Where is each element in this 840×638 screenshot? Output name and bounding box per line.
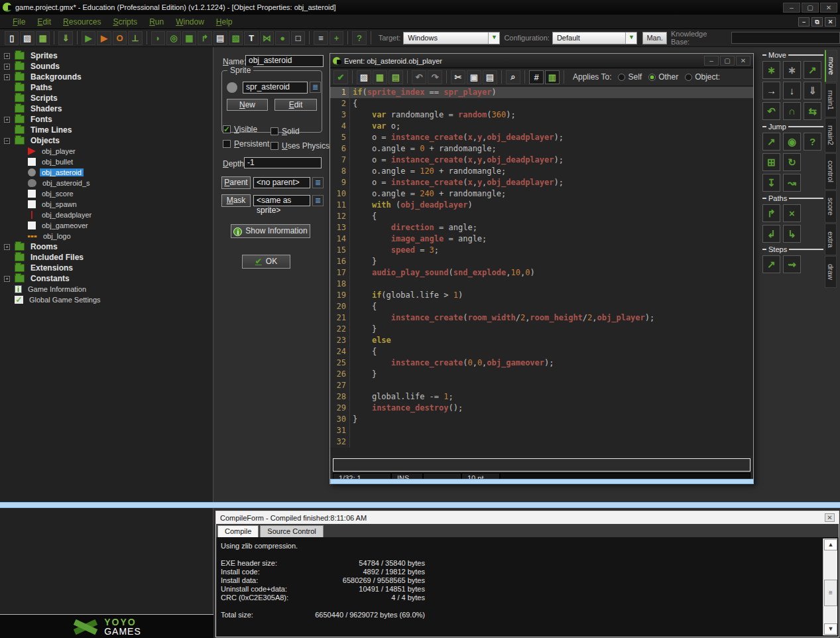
code-maximize-button[interactable]: ▢ bbox=[720, 56, 735, 66]
create-room-button[interactable]: □ bbox=[291, 31, 305, 45]
run-game-button[interactable]: ▶ bbox=[82, 31, 95, 45]
code-line[interactable]: 15 speed = 3; bbox=[330, 245, 753, 256]
tree-item-obj_logo[interactable]: obj_logo bbox=[0, 231, 211, 241]
parent-button[interactable]: Parent bbox=[221, 176, 251, 189]
tree-item-obj_spawn[interactable]: obj_spawn bbox=[0, 199, 211, 210]
paste-button[interactable]: ▤ bbox=[483, 70, 497, 84]
action-tab-draw[interactable]: draw bbox=[825, 256, 837, 288]
tree-item-obj_player[interactable]: obj_player bbox=[0, 146, 211, 157]
tree-item-obj_asteroid_s[interactable]: obj_asteroid_s bbox=[0, 178, 211, 188]
search-button[interactable]: ⌕ bbox=[506, 70, 520, 84]
set-friction-action[interactable]: ⇆ bbox=[804, 102, 821, 120]
persistent-checkbox[interactable]: Persistent bbox=[223, 139, 269, 149]
tree-item-global-game-settings[interactable]: ✓Global Game Settings bbox=[0, 294, 211, 305]
load-button[interactable]: ▨ bbox=[357, 70, 371, 84]
step-towards-action[interactable]: ↗ bbox=[762, 255, 780, 273]
tree-item-paths[interactable]: Paths bbox=[0, 82, 211, 93]
tree-expander-icon[interactable]: + bbox=[4, 244, 10, 250]
tree-item-objects[interactable]: −Objects bbox=[0, 135, 211, 146]
reverse-horizontal-action[interactable]: ↶ bbox=[762, 102, 780, 120]
chevron-down-icon[interactable]: ▼ bbox=[625, 32, 636, 44]
stop-button[interactable]: O bbox=[113, 31, 127, 45]
compile-tab-source-control[interactable]: Source Control bbox=[260, 525, 323, 537]
tree-item-time-lines[interactable]: Time Lines bbox=[0, 125, 211, 135]
copy-button[interactable]: ▣ bbox=[467, 70, 481, 84]
tree-expander-icon[interactable]: − bbox=[4, 138, 10, 144]
code-line[interactable]: 20 { bbox=[330, 301, 753, 312]
code-line[interactable]: 32 bbox=[330, 436, 753, 448]
code-line[interactable]: 8 o.angle = 120 + randomangle; bbox=[330, 166, 753, 177]
code-line[interactable]: 2{ bbox=[330, 98, 753, 109]
menu-edit[interactable]: Edit bbox=[31, 16, 57, 28]
code-line[interactable]: 12 { bbox=[330, 211, 753, 222]
save-button[interactable]: ▦ bbox=[373, 70, 387, 84]
minimize-button[interactable]: – bbox=[783, 3, 800, 13]
maximize-button[interactable]: ▢ bbox=[802, 3, 819, 13]
code-line[interactable]: 31 bbox=[330, 425, 753, 436]
tree-item-sprites[interactable]: +Sprites bbox=[0, 50, 211, 61]
end-path-action[interactable]: × bbox=[783, 204, 801, 222]
tree-item-obj_gameover[interactable]: obj_gameover bbox=[0, 220, 211, 231]
tree-expander-icon[interactable]: + bbox=[4, 276, 10, 282]
goto-line-button[interactable]: ▥ bbox=[545, 70, 560, 84]
path-speed-action[interactable]: ↳ bbox=[783, 225, 801, 243]
chevron-down-icon[interactable]: ▼ bbox=[488, 32, 499, 44]
move-to-contact-action[interactable]: ↧ bbox=[762, 174, 780, 192]
speed-horizontal-action[interactable]: → bbox=[762, 82, 780, 99]
action-tab-score[interactable]: score bbox=[825, 190, 837, 223]
move-towards-action[interactable]: ↗ bbox=[804, 61, 821, 79]
run-debug-button[interactable]: ▶ bbox=[97, 31, 111, 45]
code-line[interactable]: 17 audio_play_sound(snd_explode,10,0) bbox=[330, 267, 753, 279]
code-line[interactable]: 5 o = instance_create(x,y,obj_deadplayer… bbox=[330, 132, 753, 143]
menu-scripts[interactable]: Scripts bbox=[107, 16, 143, 28]
child-minimize-button[interactable]: – bbox=[798, 17, 810, 27]
jump-to-start-action[interactable]: ◉ bbox=[783, 133, 801, 151]
create-shader-button[interactable]: ▧ bbox=[229, 31, 243, 45]
code-line[interactable]: 29 instance_destroy(); bbox=[330, 403, 753, 414]
visible-checkbox[interactable]: ✓Visible bbox=[223, 125, 257, 134]
code-line[interactable]: 14 image_angle = angle; bbox=[330, 233, 753, 245]
compile-scrollbar[interactable]: ▲ ≡ ▼ bbox=[823, 539, 837, 635]
code-line[interactable]: 1if(sprite_index == spr_player) bbox=[330, 87, 753, 98]
target-select[interactable]: Windows▼ bbox=[403, 32, 500, 44]
code-window-resize-bar[interactable] bbox=[330, 479, 754, 484]
move-fixed-action[interactable]: ∗ bbox=[762, 61, 780, 79]
create-object-button[interactable]: ● bbox=[275, 31, 289, 45]
export-game-button[interactable]: ⇓ bbox=[58, 31, 72, 45]
tree-item-obj_deadplayer[interactable]: obj_deadplayer bbox=[0, 210, 211, 220]
tree-item-extensions[interactable]: Extensions bbox=[0, 263, 211, 273]
uses-physics-checkbox[interactable]: Uses Physics bbox=[270, 141, 330, 151]
clean-cache-button[interactable]: ⊥ bbox=[128, 31, 142, 45]
radio-icon[interactable] bbox=[685, 74, 692, 81]
tree-expander-icon[interactable]: + bbox=[4, 64, 10, 70]
set-gravity-action[interactable]: ⇓ bbox=[804, 82, 821, 99]
code-close-button[interactable]: ✕ bbox=[736, 56, 750, 66]
tree-item-scripts[interactable]: Scripts bbox=[0, 93, 211, 103]
tree-item-game-information[interactable]: iGame Information bbox=[0, 284, 211, 294]
wrap-screen-action[interactable]: ↻ bbox=[783, 153, 801, 171]
radio-icon[interactable] bbox=[618, 74, 625, 81]
code-line[interactable]: 4 var o; bbox=[330, 121, 753, 132]
action-tab-main1[interactable]: main1 bbox=[825, 83, 837, 117]
action-tab-extra[interactable]: extra bbox=[825, 223, 837, 255]
reverse-vertical-action[interactable]: ∩ bbox=[783, 102, 801, 120]
create-timeline-button[interactable]: ⋈ bbox=[260, 31, 274, 45]
instance-list-button[interactable]: ≡ bbox=[314, 31, 328, 45]
menu-window[interactable]: Window bbox=[170, 16, 210, 28]
close-button[interactable]: ✕ bbox=[820, 3, 837, 13]
child-close-button[interactable]: ✕ bbox=[825, 17, 836, 27]
code-line[interactable]: 7 o = instance_create(x,y,obj_deadplayer… bbox=[330, 155, 753, 166]
menu-run[interactable]: Run bbox=[143, 16, 170, 28]
scroll-thumb[interactable]: ≡ bbox=[824, 580, 837, 606]
code-line[interactable]: 22 } bbox=[330, 324, 753, 335]
tree-item-fonts[interactable]: +Fonts bbox=[0, 114, 211, 125]
speed-vertical-action[interactable]: ↓ bbox=[783, 82, 801, 99]
mask-field[interactable]: <same as sprite> bbox=[253, 195, 310, 206]
sprite-field[interactable]: spr_asteroid bbox=[243, 82, 308, 94]
save-project-button[interactable]: ▦ bbox=[36, 31, 50, 45]
create-path-button[interactable]: ↱ bbox=[198, 31, 211, 45]
child-restore-button[interactable]: ⧉ bbox=[811, 17, 823, 27]
action-tab-move[interactable]: move bbox=[825, 50, 837, 82]
code-line[interactable]: 16 } bbox=[330, 256, 753, 267]
applies-option-self[interactable]: Self bbox=[618, 72, 642, 82]
